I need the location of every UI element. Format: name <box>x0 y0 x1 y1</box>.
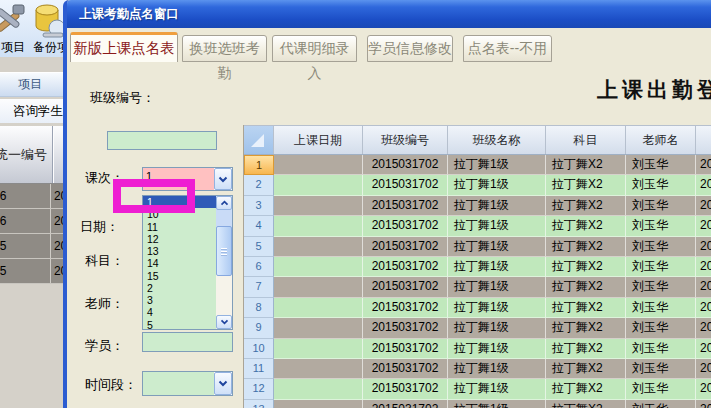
cell-class-no[interactable]: 2015031702 <box>363 400 448 408</box>
cell-class-date[interactable] <box>274 339 363 359</box>
cell-class-name[interactable]: 拉丁舞1级 <box>448 298 546 318</box>
cell-teacher[interactable]: 刘玉华 <box>626 298 696 318</box>
row-number-cell[interactable]: 6 <box>244 257 274 277</box>
class-no-input[interactable] <box>107 131 217 150</box>
cell-subject[interactable]: 拉丁舞X2 <box>546 359 626 379</box>
dropdown-item[interactable]: 4 <box>143 306 216 318</box>
row-number-cell[interactable]: 3 <box>244 196 274 216</box>
tab-student-info[interactable]: 学员信息修改 <box>367 35 453 62</box>
database-icon[interactable] <box>31 3 65 42</box>
cell-class-name[interactable]: 拉丁舞1级 <box>448 400 546 408</box>
table-row[interactable]: 9 2015031702 拉丁舞1级 拉丁舞X2 刘玉华 203 <box>244 318 711 338</box>
menu-item-consult-student[interactable]: 咨询学生 <box>0 99 67 123</box>
window-titlebar[interactable]: 上课考勤点名窗口 <box>67 0 711 28</box>
cell-class-name[interactable]: 拉丁舞1级 <box>448 379 546 399</box>
cell-teacher[interactable]: 刘玉华 <box>626 257 696 277</box>
tab-change-class[interactable]: 换班选班考勤 <box>182 35 267 62</box>
cell-extra[interactable]: 203 <box>696 298 711 318</box>
cell-subject[interactable]: 拉丁舞X2 <box>546 216 626 236</box>
cell-class-no[interactable]: 2015031702 <box>363 196 448 216</box>
cell-class-no[interactable]: 2015031702 <box>363 155 448 175</box>
row-number-cell[interactable]: 10 <box>244 339 274 359</box>
cell-class-no[interactable]: 2015031702 <box>363 175 448 195</box>
cell-class-no[interactable]: 2015031702 <box>363 298 448 318</box>
cell-class-name[interactable]: 拉丁舞1级 <box>448 277 546 297</box>
row-number-cell[interactable]: 1 <box>244 155 274 175</box>
cell-extra[interactable]: 203 <box>696 339 711 359</box>
cell-class-date[interactable] <box>274 298 363 318</box>
column-header-class-date[interactable]: 上课日期 <box>274 126 363 154</box>
cell-subject[interactable]: 拉丁舞X2 <box>546 379 626 399</box>
row-number-cell[interactable]: 4 <box>244 216 274 236</box>
cell-subject[interactable]: 拉丁舞X2 <box>546 339 626 359</box>
cell-teacher[interactable]: 刘玉华 <box>626 400 696 408</box>
cell-extra[interactable]: 203 <box>696 359 711 379</box>
cell-extra[interactable]: 203 <box>696 155 711 175</box>
cell-extra[interactable]: 203 <box>696 216 711 236</box>
column-header-class-no[interactable]: 班级编号 <box>363 126 448 154</box>
cell-class-no[interactable]: 2015031702 <box>363 379 448 399</box>
cell-teacher[interactable]: 刘玉华 <box>626 339 696 359</box>
cell-teacher[interactable]: 刘玉华 <box>626 318 696 338</box>
cell-class-name[interactable]: 拉丁舞1级 <box>448 339 546 359</box>
table-row[interactable]: 1 2015031702 拉丁舞1级 拉丁舞X2 刘玉华 203 <box>244 155 711 175</box>
tab-rollcall-unused[interactable]: 点名表--不用 <box>463 35 552 62</box>
toolbar-button-backup-label[interactable]: 备份项 <box>33 39 67 56</box>
cell-extra[interactable]: 203 <box>696 277 711 297</box>
cell-class-date[interactable] <box>274 277 363 297</box>
cell-extra[interactable]: 203 <box>696 379 711 399</box>
cell-class-date[interactable] <box>274 175 363 195</box>
cell-teacher[interactable]: 刘玉华 <box>626 155 696 175</box>
course-combo-dropdown-button[interactable] <box>214 168 232 190</box>
column-header-extra[interactable] <box>696 126 711 154</box>
cell-class-date[interactable] <box>274 400 363 408</box>
column-header-teacher[interactable]: 老师名 <box>626 126 696 154</box>
cell-subject[interactable]: 拉丁舞X2 <box>546 155 626 175</box>
cell-teacher[interactable]: 刘玉华 <box>626 277 696 297</box>
dropdown-item[interactable]: 5 <box>143 319 216 329</box>
dropdown-item[interactable]: 13 <box>143 245 216 257</box>
cell-class-no[interactable]: 2015031702 <box>363 359 448 379</box>
bg-grid-row[interactable]: 05 20 <box>0 259 67 284</box>
cell-extra[interactable]: 203 <box>696 318 711 338</box>
scroll-down-button[interactable] <box>216 315 232 329</box>
cell-class-name[interactable]: 拉丁舞1级 <box>448 155 546 175</box>
row-number-cell[interactable]: 8 <box>244 298 274 318</box>
cell-class-name[interactable]: 拉丁舞1级 <box>448 216 546 236</box>
row-number-cell[interactable]: 5 <box>244 237 274 257</box>
table-row[interactable]: 3 2015031702 拉丁舞1级 拉丁舞X2 刘玉华 203 <box>244 196 711 216</box>
dropdown-item[interactable]: 15 <box>143 270 216 282</box>
table-row[interactable]: 11 2015031702 拉丁舞1级 拉丁舞X2 刘玉华 203 <box>244 359 711 379</box>
toolbar-button-project-label[interactable]: 项目 <box>1 39 25 56</box>
dropdown-item[interactable]: 3 <box>143 294 216 306</box>
cell-class-no[interactable]: 2015031702 <box>363 277 448 297</box>
cell-subject[interactable]: 拉丁舞X2 <box>546 237 626 257</box>
timeslot-combo[interactable] <box>142 371 233 396</box>
column-header-subject[interactable]: 科目 <box>546 126 626 154</box>
table-row[interactable]: 12 2015031702 拉丁舞1级 拉丁舞X2 刘玉华 203 <box>244 379 711 399</box>
cell-class-name[interactable]: 拉丁舞1级 <box>448 237 546 257</box>
cell-subject[interactable]: 拉丁舞X2 <box>546 318 626 338</box>
cell-teacher[interactable]: 刘玉华 <box>626 379 696 399</box>
cell-class-no[interactable]: 2015031702 <box>363 216 448 236</box>
cell-teacher[interactable]: 刘玉华 <box>626 175 696 195</box>
row-number-cell[interactable]: 7 <box>244 277 274 297</box>
cell-subject[interactable]: 拉丁舞X2 <box>546 400 626 408</box>
timeslot-combo-value[interactable] <box>143 372 214 395</box>
bg-grid-row[interactable]: 06 20 <box>0 209 67 234</box>
unified-id-column-header[interactable]: 统一编号 <box>0 126 67 184</box>
row-number-cell[interactable]: 13 <box>244 400 274 408</box>
cell-subject[interactable]: 拉丁舞X2 <box>546 196 626 216</box>
dropdown-item[interactable]: 12 <box>143 233 216 245</box>
select-all-corner-cell[interactable] <box>244 126 274 154</box>
dropdown-item[interactable]: 14 <box>143 257 216 269</box>
bg-grid-row[interactable]: 05 20 <box>0 234 67 259</box>
table-row[interactable]: 6 2015031702 拉丁舞1级 拉丁舞X2 刘玉华 203 <box>244 257 711 277</box>
table-row[interactable]: 7 2015031702 拉丁舞1级 拉丁舞X2 刘玉华 203 <box>244 277 711 297</box>
cell-class-no[interactable]: 2015031702 <box>363 318 448 338</box>
table-row[interactable]: 2 2015031702 拉丁舞1级 拉丁舞X2 刘玉华 203 <box>244 175 711 195</box>
cell-subject[interactable]: 拉丁舞X2 <box>546 257 626 277</box>
row-number-cell[interactable]: 2 <box>244 175 274 195</box>
cell-class-date[interactable] <box>274 359 363 379</box>
scroll-up-button[interactable] <box>216 196 232 210</box>
